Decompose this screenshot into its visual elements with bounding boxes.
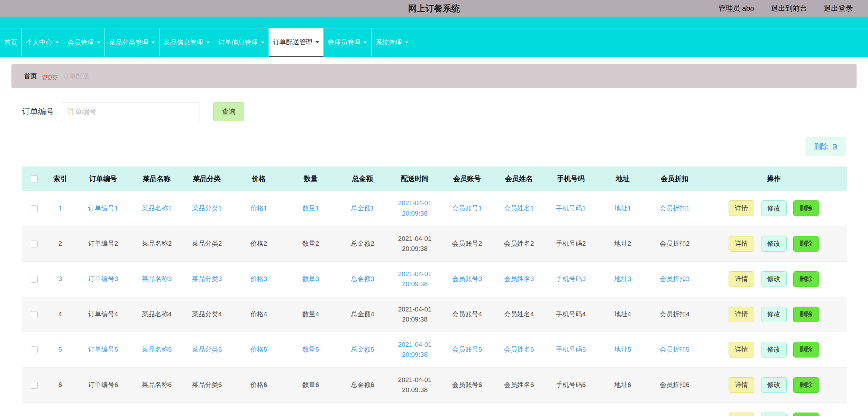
cell-price[interactable] (233, 403, 285, 416)
cell-total[interactable] (337, 403, 389, 416)
logout-link[interactable]: 退出登录 (824, 3, 853, 13)
cell-member-account[interactable]: 会员账号5 (441, 332, 493, 367)
cell-dish-category[interactable]: 菜品分类5 (181, 332, 233, 367)
edit-button[interactable]: 修改 (761, 200, 787, 216)
cell-member-name[interactable]: 会员姓名1 (493, 191, 545, 226)
nav-item-order-info-mgmt[interactable]: 订单信息管理 (214, 28, 269, 57)
cell-quantity: 数量6 (285, 367, 337, 403)
cell-phone[interactable]: 手机号码3 (545, 261, 597, 297)
row-checkbox[interactable] (31, 346, 38, 353)
delete-button[interactable]: 删除 (793, 200, 819, 216)
breadcrumb-home[interactable]: 首页 (24, 72, 37, 81)
cell-price[interactable]: 价格5 (233, 332, 285, 367)
cell-dish-category[interactable]: 菜品分类1 (181, 191, 233, 226)
cell-member-name[interactable]: 会员姓名5 (493, 332, 545, 367)
delete-button[interactable]: 删除 (793, 342, 819, 358)
nav-item-member-mgmt[interactable]: 会员管理 (63, 28, 105, 57)
query-button[interactable]: 查询 (213, 102, 244, 121)
cell-quantity[interactable]: 数量3 (285, 261, 337, 297)
cell-index[interactable]: 5 (47, 332, 74, 367)
cell-phone[interactable]: 手机号码5 (545, 332, 597, 367)
row-checkbox[interactable] (31, 311, 38, 318)
cell-member-account[interactable]: 会员账号1 (441, 191, 493, 226)
edit-button[interactable]: 修改 (761, 413, 787, 416)
row-checkbox[interactable] (31, 382, 38, 389)
delete-button[interactable]: 删除 (793, 307, 819, 322)
cell-member-account[interactable] (441, 403, 493, 416)
cell-order-no[interactable]: 订单编号5 (74, 332, 133, 367)
nav-item-admin-mgmt[interactable]: 管理员管理 (323, 28, 372, 57)
cell-discount[interactable]: 会员折扣3 (649, 261, 701, 297)
cell-address[interactable]: 广州市广州 (597, 403, 649, 416)
cell-index[interactable] (47, 403, 74, 416)
cell-member-account[interactable]: 会员账号3 (441, 261, 493, 297)
cell-quantity[interactable] (285, 403, 337, 416)
detail-button[interactable]: 详情 (729, 413, 754, 416)
cell-quantity[interactable]: 数量5 (285, 332, 337, 367)
cell-index[interactable]: 1 (47, 191, 74, 226)
nav-item-dish-category-mgmt[interactable]: 菜品分类管理 (105, 28, 159, 57)
cell-delivery-time[interactable]: 2021-04-01 20:09:38 (389, 191, 441, 226)
nav-item-dish-info-mgmt[interactable]: 菜品信息管理 (159, 28, 214, 57)
cell-index[interactable]: 3 (47, 261, 74, 297)
cell-member-account: 会员账号6 (441, 367, 493, 403)
cell-member-name[interactable] (493, 403, 545, 416)
edit-button[interactable]: 修改 (761, 236, 787, 252)
detail-button[interactable]: 详情 (729, 307, 754, 322)
detail-button[interactable]: 详情 (729, 377, 754, 393)
row-checkbox[interactable] (31, 241, 38, 247)
nav-item-system-mgmt[interactable]: 系统管理 (372, 28, 413, 57)
order-no-input[interactable] (61, 102, 200, 121)
cell-quantity[interactable]: 数量1 (285, 191, 337, 226)
cell-discount[interactable]: 会员折扣5 (649, 332, 701, 367)
edit-button[interactable]: 修改 (761, 377, 787, 393)
cell-dish-name[interactable] (133, 403, 181, 416)
cell-dish-name[interactable]: 菜品名称5 (133, 332, 181, 367)
delete-button[interactable]: 删除 (793, 377, 819, 393)
cell-dish-category[interactable]: 菜品分类3 (181, 261, 233, 297)
cell-order-no[interactable]: 2021410932 (74, 403, 133, 416)
cell-delivery-time[interactable]: 2021-04-01 20:09:38 (389, 332, 441, 367)
detail-button[interactable]: 详情 (729, 342, 754, 358)
nav-item-order-delivery-mgmt[interactable]: 订单配送管理 (269, 28, 323, 57)
cell-phone[interactable]: 130230809 (545, 403, 597, 416)
delete-button[interactable]: 删除 (793, 413, 819, 416)
detail-button[interactable]: 详情 (729, 271, 754, 287)
detail-button[interactable]: 详情 (729, 200, 754, 216)
cell-delivery-time[interactable]: 2021-04-01 (389, 403, 441, 416)
cell-total[interactable]: 总金额5 (337, 332, 389, 367)
detail-button[interactable]: 详情 (729, 236, 754, 252)
cell-total[interactable]: 总金额3 (337, 261, 389, 297)
cell-order-no[interactable]: 订单编号1 (74, 191, 133, 226)
cell-address[interactable]: 地址3 (597, 261, 649, 297)
cell-order-no[interactable]: 订单编号3 (74, 261, 133, 297)
cell-total[interactable]: 总金额1 (337, 191, 389, 226)
nav-item-personal-center[interactable]: 个人中心 (22, 28, 63, 57)
edit-button[interactable]: 修改 (761, 271, 787, 287)
edit-button[interactable]: 修改 (761, 307, 787, 322)
cell-dish-name[interactable]: 菜品名称1 (133, 191, 181, 226)
cell-dish-category[interactable] (181, 403, 233, 416)
cell-member-name[interactable]: 会员姓名3 (493, 261, 545, 297)
edit-button[interactable]: 修改 (761, 342, 787, 358)
cell-discount[interactable] (649, 403, 701, 416)
cell-address[interactable]: 地址5 (597, 332, 649, 367)
cell-phone[interactable]: 手机号码1 (545, 191, 597, 226)
select-all-checkbox[interactable] (31, 175, 38, 182)
table-row: 6 订单编号6 菜品名称6 菜品分类6 价格6 数量6 总金额6 2021-04… (22, 367, 847, 403)
row-checkbox[interactable] (31, 276, 38, 283)
delete-button[interactable]: 删除 (793, 271, 819, 287)
chevron-down-icon (261, 42, 264, 44)
cell-price[interactable]: 价格1 (233, 191, 285, 226)
cell-actions: 详情 修改 删除 (701, 297, 847, 332)
cell-discount[interactable]: 会员折扣1 (649, 191, 701, 226)
cell-address[interactable]: 地址1 (597, 191, 649, 226)
row-checkbox[interactable] (31, 205, 38, 212)
batch-delete-button[interactable]: 删除 (806, 137, 846, 156)
nav-item-home[interactable]: 首页 (0, 28, 22, 57)
delete-button[interactable]: 删除 (793, 236, 819, 252)
cell-delivery-time[interactable]: 2021-04-01 20:09:38 (389, 261, 441, 297)
exit-to-front-link[interactable]: 退出到前台 (771, 3, 807, 13)
cell-dish-name[interactable]: 菜品名称3 (133, 261, 181, 297)
cell-price[interactable]: 价格3 (233, 261, 285, 297)
